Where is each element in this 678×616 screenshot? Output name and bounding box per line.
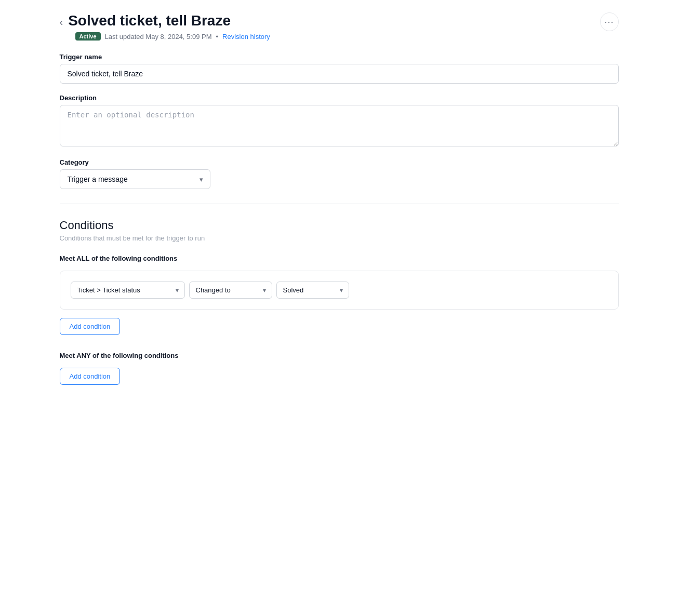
conditions-header: Conditions Conditions that must be met f… <box>60 219 619 242</box>
form-section: Trigger name Description Category Trigge… <box>60 53 619 189</box>
condition-operator-select[interactable]: Changed to <box>189 282 272 299</box>
conditions-subtitle: Conditions that must be met for the trig… <box>60 234 619 242</box>
page-container: ‹ Solved ticket, tell Braze Active Last … <box>43 0 635 414</box>
condition-row-1: Ticket > Ticket status Changed to Solved <box>71 282 608 299</box>
category-select[interactable]: Trigger a message <box>60 169 210 189</box>
condition-value-wrapper: Solved <box>276 282 349 299</box>
condition-field-select[interactable]: Ticket > Ticket status <box>71 282 185 299</box>
meta-separator: • <box>216 33 219 41</box>
all-conditions-title: Meet ALL of the following conditions <box>60 255 619 262</box>
condition-field-wrapper: Ticket > Ticket status <box>71 282 185 299</box>
description-input[interactable] <box>60 105 619 146</box>
category-label: Category <box>60 158 619 166</box>
any-conditions-section: Meet ANY of the following conditions Add… <box>60 352 619 385</box>
section-divider <box>60 204 619 204</box>
status-badge: Active <box>75 32 101 41</box>
page-title: Solved ticket, tell Braze <box>68 12 231 29</box>
page-header: ‹ Solved ticket, tell Braze Active Last … <box>60 12 619 41</box>
more-options-button[interactable]: ··· <box>600 12 619 31</box>
trigger-name-input[interactable] <box>60 64 619 84</box>
description-label: Description <box>60 94 619 102</box>
condition-value-select[interactable]: Solved <box>276 282 349 299</box>
header-left: ‹ Solved ticket, tell Braze Active Last … <box>60 12 270 41</box>
all-conditions-section: Meet ALL of the following conditions Tic… <box>60 255 619 335</box>
header-meta: Active Last updated May 8, 2024, 5:09 PM… <box>75 32 270 41</box>
condition-operator-wrapper: Changed to <box>189 282 272 299</box>
description-group: Description <box>60 94 619 148</box>
all-conditions-box: Ticket > Ticket status Changed to Solved <box>60 271 619 310</box>
more-icon: ··· <box>604 17 614 28</box>
add-condition-all-button[interactable]: Add condition <box>60 318 121 335</box>
any-conditions-title: Meet ANY of the following conditions <box>60 352 619 359</box>
add-condition-any-button[interactable]: Add condition <box>60 368 121 385</box>
back-icon[interactable]: ‹ <box>60 16 63 28</box>
category-select-wrapper: Trigger a message <box>60 169 210 189</box>
conditions-title: Conditions <box>60 219 619 232</box>
header-title-row: ‹ Solved ticket, tell Braze <box>60 12 270 29</box>
revision-history-link[interactable]: Revision history <box>222 33 270 41</box>
trigger-name-group: Trigger name <box>60 53 619 84</box>
trigger-name-label: Trigger name <box>60 53 619 61</box>
last-updated-text: Last updated May 8, 2024, 5:09 PM <box>105 33 212 41</box>
category-group: Category Trigger a message <box>60 158 619 189</box>
